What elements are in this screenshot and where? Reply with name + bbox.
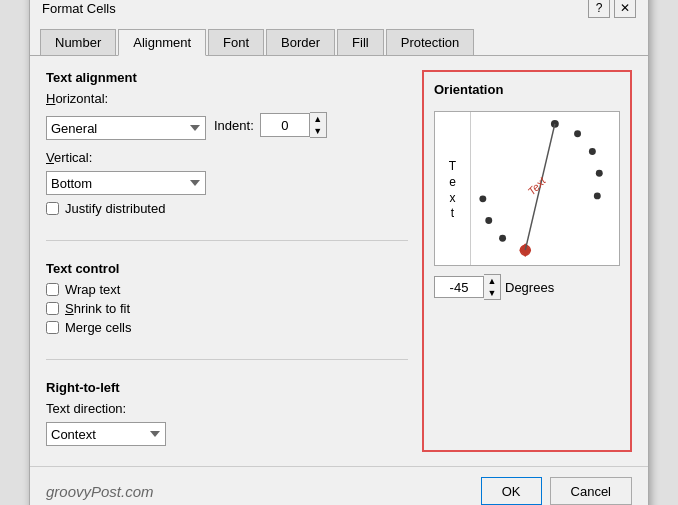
text-alignment-title: Text alignment bbox=[46, 70, 408, 85]
tab-number[interactable]: Number bbox=[40, 29, 116, 56]
indent-input[interactable]: 0 bbox=[260, 113, 310, 137]
brand-label: groovyPost.com bbox=[46, 483, 473, 500]
direction-dropdown[interactable]: Context Left-to-Right Right-to-Left bbox=[46, 422, 166, 446]
direction-label: Text direction: bbox=[46, 401, 126, 416]
vertical-text: T e x t bbox=[449, 159, 456, 221]
justify-label: Justify distributed bbox=[65, 201, 165, 216]
format-cells-dialog: Format Cells ? ✕ Number Alignment Font B… bbox=[29, 0, 649, 505]
wrap-text-row: Wrap text bbox=[46, 282, 408, 297]
horizontal-row: Horizontal: bbox=[46, 91, 408, 106]
merge-cells-checkbox[interactable] bbox=[46, 321, 59, 334]
merge-cells-row: Merge cells bbox=[46, 320, 408, 335]
shrink-fit-label: Shrink to fit bbox=[65, 301, 130, 316]
tab-bar: Number Alignment Font Border Fill Protec… bbox=[30, 22, 648, 56]
tab-protection[interactable]: Protection bbox=[386, 29, 475, 56]
tab-border[interactable]: Border bbox=[266, 29, 335, 56]
rtl-section: Right-to-left Text direction: Context Le… bbox=[46, 380, 408, 452]
direction-row: Text direction: bbox=[46, 401, 408, 416]
degrees-input[interactable]: -45 bbox=[434, 276, 484, 298]
divider2 bbox=[46, 359, 408, 360]
tab-fill[interactable]: Fill bbox=[337, 29, 384, 56]
indent-label: Indent: bbox=[214, 118, 254, 133]
direction-select-row: Context Left-to-Right Right-to-Left bbox=[46, 422, 408, 446]
svg-point-4 bbox=[594, 192, 601, 199]
vertical-row: Vertical: bbox=[46, 150, 408, 165]
svg-point-6 bbox=[499, 235, 506, 242]
horizontal-label: Horizontal: bbox=[46, 91, 108, 106]
rtl-title: Right-to-left bbox=[46, 380, 408, 395]
degrees-spinner: -45 ▲ ▼ bbox=[434, 274, 501, 300]
left-panel: Text alignment Horizontal: General Left … bbox=[46, 70, 408, 452]
title-controls: ? ✕ bbox=[588, 0, 636, 18]
degrees-up-button[interactable]: ▲ bbox=[484, 275, 500, 287]
justify-row: Justify distributed bbox=[46, 201, 408, 216]
text-control-section: Text control Wrap text Shrink to fit Mer… bbox=[46, 261, 408, 339]
svg-point-8 bbox=[479, 195, 486, 202]
wrap-text-label: Wrap text bbox=[65, 282, 120, 297]
angle-area: Text bbox=[471, 112, 619, 265]
indent-down-button[interactable]: ▼ bbox=[310, 125, 326, 137]
degrees-label: Degrees bbox=[505, 280, 554, 295]
title-bar: Format Cells ? ✕ bbox=[30, 0, 648, 22]
orientation-title: Orientation bbox=[434, 82, 620, 97]
vertical-select-row: Top Center Bottom Justify Distributed bbox=[46, 171, 408, 195]
text-control-title: Text control bbox=[46, 261, 408, 276]
degrees-row: -45 ▲ ▼ Degrees bbox=[434, 274, 620, 300]
tab-alignment[interactable]: Alignment bbox=[118, 29, 206, 56]
vertical-text-area: T e x t bbox=[435, 112, 471, 265]
close-button[interactable]: ✕ bbox=[614, 0, 636, 18]
orientation-svg: Text bbox=[471, 112, 619, 265]
justify-checkbox[interactable] bbox=[46, 202, 59, 215]
shrink-fit-row: Shrink to fit bbox=[46, 301, 408, 316]
degrees-down-button[interactable]: ▼ bbox=[484, 287, 500, 299]
svg-point-7 bbox=[485, 217, 492, 224]
divider1 bbox=[46, 240, 408, 241]
main-content: Text alignment Horizontal: General Left … bbox=[30, 56, 648, 466]
indent-up-button[interactable]: ▲ bbox=[310, 113, 326, 125]
help-button[interactable]: ? bbox=[588, 0, 610, 18]
orientation-diagram[interactable]: T e x t bbox=[434, 111, 620, 266]
ok-button[interactable]: OK bbox=[481, 477, 542, 505]
vertical-label: Vertical: bbox=[46, 150, 106, 165]
shrink-fit-checkbox[interactable] bbox=[46, 302, 59, 315]
indent-spinner: 0 ▲ ▼ bbox=[260, 112, 327, 138]
horizontal-select-row: General Left (Indent) Center Right (Inde… bbox=[46, 112, 408, 144]
dialog-title: Format Cells bbox=[42, 1, 116, 16]
vertical-dropdown[interactable]: Top Center Bottom Justify Distributed bbox=[46, 171, 206, 195]
cancel-button[interactable]: Cancel bbox=[550, 477, 632, 505]
merge-cells-label: Merge cells bbox=[65, 320, 131, 335]
indent-spinner-buttons: ▲ ▼ bbox=[310, 112, 327, 138]
svg-text:Text: Text bbox=[525, 174, 548, 197]
svg-point-1 bbox=[574, 130, 581, 137]
svg-point-2 bbox=[589, 148, 596, 155]
indent-group: Indent: 0 ▲ ▼ bbox=[214, 112, 327, 138]
text-alignment-section: Text alignment Horizontal: General Left … bbox=[46, 70, 408, 220]
horizontal-dropdown[interactable]: General Left (Indent) Center Right (Inde… bbox=[46, 116, 206, 140]
dialog-footer: groovyPost.com OK Cancel bbox=[30, 466, 648, 505]
degrees-spinner-buttons: ▲ ▼ bbox=[484, 274, 501, 300]
orientation-panel: Orientation T e x t bbox=[422, 70, 632, 452]
wrap-text-checkbox[interactable] bbox=[46, 283, 59, 296]
tab-font[interactable]: Font bbox=[208, 29, 264, 56]
svg-point-3 bbox=[596, 170, 603, 177]
